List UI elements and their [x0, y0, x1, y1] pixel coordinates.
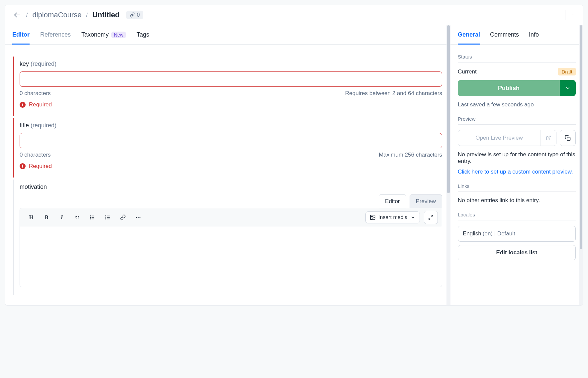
svg-point-3 [575, 15, 575, 15]
breadcrumb-parent[interactable]: diplomaCourse [32, 11, 81, 19]
error-icon: i [20, 163, 26, 169]
scrollbar-thumb[interactable] [447, 25, 450, 193]
field-title: title (required) 0 characters Maximum 25… [13, 118, 442, 178]
insert-media-label: Insert media [378, 214, 408, 220]
svg-point-9 [90, 219, 91, 219]
field-key: key (required) 0 characters Requires bet… [13, 57, 442, 116]
ordered-list-button[interactable]: 123 [100, 211, 115, 223]
sidebar: ▲ ▲ General Comments Info Status Curre [450, 25, 583, 305]
key-error-text: Required [29, 101, 52, 108]
publish-dropdown-button[interactable] [560, 80, 576, 96]
svg-point-2 [574, 15, 574, 15]
field-title-label-text: title [20, 122, 29, 129]
back-button[interactable] [12, 10, 22, 20]
key-input[interactable] [20, 71, 442, 87]
new-badge: New [111, 32, 126, 38]
insert-media-button[interactable]: Insert media [365, 211, 420, 223]
tab-references[interactable]: References [40, 25, 71, 45]
list-bullet-icon [89, 214, 95, 220]
svg-point-1 [572, 15, 573, 15]
heading-button[interactable]: H [24, 211, 39, 223]
open-live-preview-button[interactable]: Open Live Preview [458, 130, 556, 146]
content-tabs: Editor References Taxonomy New Tags [5, 25, 450, 45]
tab-general[interactable]: General [458, 25, 480, 45]
scrollbar-thumb[interactable] [580, 25, 582, 249]
links-note: No other entries link to this entry. [458, 197, 576, 204]
tab-tags[interactable]: Tags [137, 25, 149, 45]
copy-preview-button[interactable] [560, 130, 576, 146]
svg-point-16 [136, 217, 137, 218]
svg-line-23 [548, 136, 550, 138]
svg-point-17 [138, 217, 139, 218]
arrow-left-icon [13, 11, 21, 19]
reference-count-pill[interactable]: 0 [126, 11, 143, 19]
svg-point-20 [371, 216, 372, 217]
title-error-text: Required [29, 163, 52, 170]
expand-icon [428, 215, 434, 220]
scrollbar[interactable]: ▲ [579, 25, 583, 305]
svg-text:3: 3 [105, 218, 106, 220]
tab-taxonomy[interactable]: Taxonomy New [81, 25, 126, 45]
more-format-button[interactable] [131, 211, 146, 223]
status-current-label: Current [458, 68, 477, 75]
setup-preview-link[interactable]: Click here to set up a custom content pr… [458, 169, 576, 175]
svg-point-18 [140, 217, 141, 218]
breadcrumb: / diplomaCourse / Untitled 0 [12, 10, 143, 20]
editor-pane: Editor References Taxonomy New Tags key … [5, 25, 450, 305]
external-link-icon [546, 135, 551, 141]
locale-suffix: (en) | Default [483, 230, 515, 237]
reference-count: 0 [137, 12, 140, 18]
bold-button[interactable]: B [39, 211, 54, 223]
richtext-canvas[interactable] [20, 227, 442, 287]
title-input[interactable] [20, 133, 442, 148]
italic-button[interactable]: I [54, 211, 69, 223]
link-icon [120, 214, 126, 220]
svg-point-7 [90, 216, 91, 216]
key-char-hint: Requires between 2 and 64 characters [345, 90, 442, 97]
richtext-tab-preview[interactable]: Preview [410, 194, 442, 208]
breadcrumb-separator: / [26, 12, 28, 18]
section-status-heading: Status [458, 54, 576, 63]
richtext-tab-editor[interactable]: Editor [379, 194, 406, 208]
dots-horizontal-icon [135, 214, 141, 220]
field-key-label-text: key [20, 61, 29, 67]
locale-selector[interactable]: English (en) | Default [458, 226, 576, 242]
image-icon [370, 214, 376, 220]
svg-line-21 [431, 215, 433, 217]
copy-icon [565, 135, 571, 141]
chevron-down-icon [410, 215, 416, 220]
required-indicator: (required) [31, 122, 56, 129]
field-title-label: title (required) [20, 122, 442, 129]
breadcrumb-current: Untitled [92, 11, 120, 19]
topbar: / diplomaCourse / Untitled 0 [5, 5, 583, 25]
richtext-toolbar: H B I 123 [20, 208, 442, 227]
open-live-preview-label: Open Live Preview [458, 135, 540, 141]
tab-editor[interactable]: Editor [12, 25, 30, 45]
edit-locales-button[interactable]: Edit locales list [458, 245, 576, 260]
required-indicator: (required) [31, 61, 56, 67]
link-icon [130, 12, 135, 18]
last-saved-text: Last saved a few seconds ago [458, 101, 576, 108]
status-badge: Draft [558, 68, 576, 75]
field-key-label: key (required) [20, 61, 442, 67]
sidebar-tabs: General Comments Info [450, 25, 583, 45]
dots-horizontal-icon [572, 12, 576, 18]
tab-info[interactable]: Info [529, 25, 539, 45]
link-button[interactable] [116, 211, 130, 223]
section-preview-heading: Preview [458, 116, 576, 125]
breadcrumb-separator: / [86, 12, 87, 18]
scrollbar[interactable]: ▲ [446, 25, 450, 305]
tab-comments[interactable]: Comments [490, 25, 519, 45]
expand-editor-button[interactable] [424, 211, 438, 224]
chevron-down-icon [565, 85, 571, 91]
field-motivation-label: motivation [20, 184, 442, 190]
title-char-hint: Maximum 256 characters [379, 152, 442, 158]
more-actions-button[interactable] [565, 10, 576, 20]
list-ordered-icon: 123 [105, 214, 111, 220]
quote-button[interactable] [70, 211, 84, 223]
bullet-list-button[interactable] [85, 211, 100, 223]
svg-rect-24 [567, 137, 570, 141]
publish-button[interactable]: Publish [458, 80, 560, 96]
quote-icon [74, 214, 80, 220]
svg-line-22 [429, 218, 431, 219]
